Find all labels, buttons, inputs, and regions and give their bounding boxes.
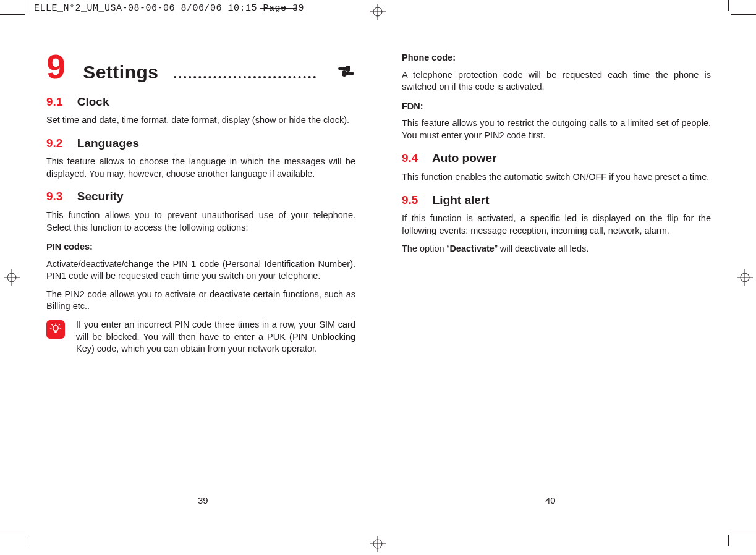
page-left: 9 Settings 9.1 Clock Set time and date, … xyxy=(46,49,355,355)
subheading-pin-codes: PIN codes: xyxy=(46,241,355,253)
section-title: Clock xyxy=(77,95,109,108)
print-slug-rule xyxy=(260,8,297,9)
section-number: 9.1 xyxy=(46,95,62,108)
note-text: If you enter an incorrect PIN code three… xyxy=(76,319,355,355)
section-9-3: 9.3 Security xyxy=(46,189,355,205)
body-text: If this function is activated, a specifi… xyxy=(402,213,711,237)
subheading-phone-code: Phone code: xyxy=(402,52,711,64)
subheading-fdn: FDN: xyxy=(402,101,711,113)
chapter-number: 9 xyxy=(46,49,66,84)
body-text: The PIN2 code allows you to activate or … xyxy=(46,289,355,313)
section-9-2: 9.2 Languages xyxy=(46,135,355,151)
crop-mark xyxy=(731,532,756,532)
body-text: Activate/deactivate/change the PIN 1 cod… xyxy=(46,258,355,282)
section-number: 9.3 xyxy=(46,190,62,203)
crop-mark xyxy=(731,14,756,15)
registration-mark-icon xyxy=(4,269,20,286)
note-block: If you enter an incorrect PIN code three… xyxy=(46,319,355,355)
settings-spanner-icon xyxy=(337,64,355,78)
body-text: A telephone protection code will be requ… xyxy=(402,69,711,93)
crop-mark xyxy=(0,532,25,532)
text-fragment: ” will deactivate all leds. xyxy=(495,244,588,253)
body-text: This feature allows to choose the langua… xyxy=(46,156,355,180)
body-text: This function allows you to prevent unau… xyxy=(46,210,355,234)
chapter-heading: 9 Settings xyxy=(46,49,355,85)
crop-mark xyxy=(728,0,729,11)
section-title: Auto power xyxy=(432,151,497,164)
lightbulb-icon xyxy=(46,320,65,339)
section-9-4: 9.4 Auto power xyxy=(402,150,711,166)
section-title: Light alert xyxy=(433,193,490,206)
section-number: 9.2 xyxy=(46,137,62,150)
section-number: 9.5 xyxy=(402,193,418,206)
svg-line-17 xyxy=(52,324,53,325)
body-text: This feature allows you to restrict the … xyxy=(402,117,711,142)
registration-mark-icon xyxy=(370,4,386,20)
section-title: Languages xyxy=(77,137,139,150)
body-text: Set time and date, time format, date for… xyxy=(46,114,355,127)
crop-mark xyxy=(0,14,25,15)
page-right: Phone code: A telephone protection code … xyxy=(402,49,711,355)
dot-leader xyxy=(174,76,316,78)
registration-mark-icon xyxy=(737,269,753,286)
page-number-left: 39 xyxy=(198,494,208,507)
text-bold: Deactivate xyxy=(449,244,495,253)
chapter-title: Settings xyxy=(83,60,158,85)
svg-rect-13 xyxy=(54,331,57,333)
svg-point-12 xyxy=(53,326,58,331)
text-fragment: The option “ xyxy=(402,244,449,253)
print-slug: ELLE_N°2_UM_USA-08-06-06 8/06/06 10:15 P… xyxy=(34,2,304,15)
crop-mark xyxy=(28,0,28,11)
body-text: This function enables the automatic swit… xyxy=(402,171,711,184)
page-number-right: 40 xyxy=(545,494,556,507)
body-text: The option “Deactivate” will deactivate … xyxy=(402,243,711,255)
crop-mark xyxy=(728,535,729,546)
section-number: 9.4 xyxy=(402,151,418,164)
section-9-1: 9.1 Clock xyxy=(46,94,355,110)
registration-mark-icon xyxy=(370,536,386,552)
crop-mark xyxy=(28,535,28,546)
section-9-5: 9.5 Light alert xyxy=(402,192,711,208)
section-title: Security xyxy=(77,190,124,203)
svg-line-18 xyxy=(59,324,59,325)
